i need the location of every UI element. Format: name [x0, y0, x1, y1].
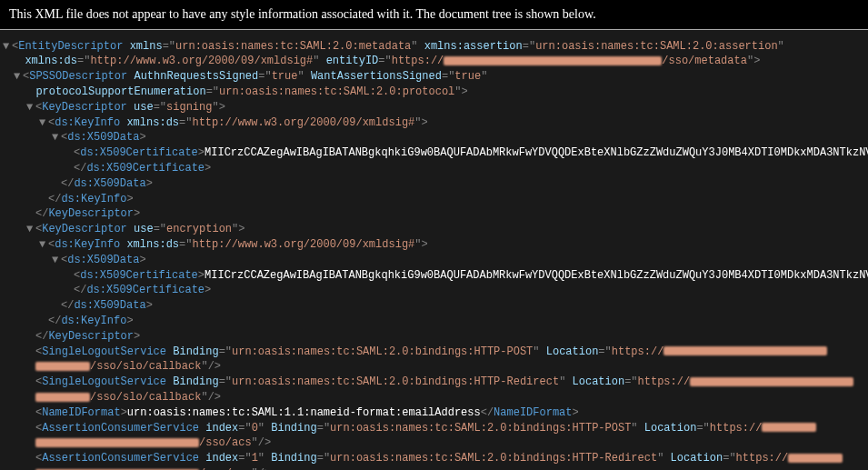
toggle-icon[interactable]: ▼: [39, 237, 48, 253]
x509cert-close: </ds:X509Certificate>: [5, 161, 863, 176]
redacted-domain: [35, 438, 199, 447]
toggle-icon[interactable]: ▼: [52, 130, 61, 145]
key-descriptor-signing-open[interactable]: ▼<KeyDescriptor use="signing">: [5, 100, 863, 115]
key-descriptor-encryption-open[interactable]: ▼<KeyDescriptor use="encryption">: [5, 222, 863, 237]
slo-post-cont: /sso/slo/callback"/>: [5, 359, 863, 375]
toggle-icon[interactable]: ▼: [3, 39, 12, 55]
toggle-icon[interactable]: ▼: [26, 100, 35, 115]
acs-0: <AssertionConsumerService index="0" Bind…: [5, 421, 863, 436]
x509cert-line: <ds:X509Certificate>MIICrzCCAZegAwIBAgIB…: [5, 145, 863, 161]
x509data-open-2[interactable]: ▼<ds:X509Data>: [5, 253, 863, 268]
x509cert-line-2: <ds:X509Certificate>MIICrzCCAZegAwIBAgIB…: [5, 268, 863, 284]
toggle-icon[interactable]: ▼: [39, 115, 48, 131]
x509data-close-2: </ds:X509Data>: [5, 298, 863, 314]
toggle-icon[interactable]: ▼: [14, 69, 23, 85]
xml-no-style-header: This XML file does not appear to have an…: [0, 0, 868, 30]
slo-redirect: <SingleLogoutService Binding="urn:oasis:…: [5, 375, 863, 390]
redacted-domain: [690, 377, 853, 386]
acs-1-cont: /sso/acs"/>: [5, 466, 863, 470]
toggle-icon[interactable]: ▼: [26, 222, 35, 237]
x509data-open[interactable]: ▼<ds:X509Data>: [5, 130, 863, 145]
keyinfo-close-2: </ds:KeyInfo>: [5, 314, 863, 329]
keyinfo-close: </ds:KeyInfo>: [5, 192, 863, 207]
spsso-descriptor-open-cont: protocolSupportEnumeration="urn:oasis:na…: [5, 85, 863, 100]
redacted-domain: [762, 423, 816, 432]
key-descriptor-close: </KeyDescriptor>: [5, 206, 863, 222]
acs-0-cont: /sso/acs"/>: [5, 435, 863, 451]
keyinfo-open-2[interactable]: ▼<ds:KeyInfo xmlns:ds="http://www.w3.org…: [5, 237, 863, 253]
redacted-domain: [788, 454, 843, 463]
redacted-domain: [35, 362, 90, 371]
key-descriptor-close-2: </KeyDescriptor>: [5, 329, 863, 345]
x509cert-close-2: </ds:X509Certificate>: [5, 283, 863, 298]
entity-descriptor-open[interactable]: ▼<EntityDescriptor xmlns="urn:oasis:name…: [5, 39, 863, 55]
slo-redirect-cont: /sso/slo/callback"/>: [5, 390, 863, 405]
spsso-descriptor-open[interactable]: ▼<SPSSODescriptor AuthnRequestsSigned="t…: [5, 69, 863, 85]
acs-1: <AssertionConsumerService index="1" Bind…: [5, 451, 863, 466]
slo-post: <SingleLogoutService Binding="urn:oasis:…: [5, 345, 863, 360]
nameid-format: <NameIDFormat>urn:oasis:names:tc:SAML:1.…: [5, 405, 863, 421]
toggle-icon[interactable]: ▼: [52, 253, 61, 268]
keyinfo-open[interactable]: ▼<ds:KeyInfo xmlns:ds="http://www.w3.org…: [5, 115, 863, 131]
redacted-domain: [444, 56, 662, 65]
redacted-domain: [35, 393, 90, 402]
x509data-close: </ds:X509Data>: [5, 176, 863, 192]
entity-descriptor-open-cont: xmlns:ds="http://www.w3.org/2000/09/xmld…: [5, 54, 863, 69]
xml-tree: ▼<EntityDescriptor xmlns="urn:oasis:name…: [0, 30, 868, 470]
redacted-domain: [663, 346, 827, 355]
